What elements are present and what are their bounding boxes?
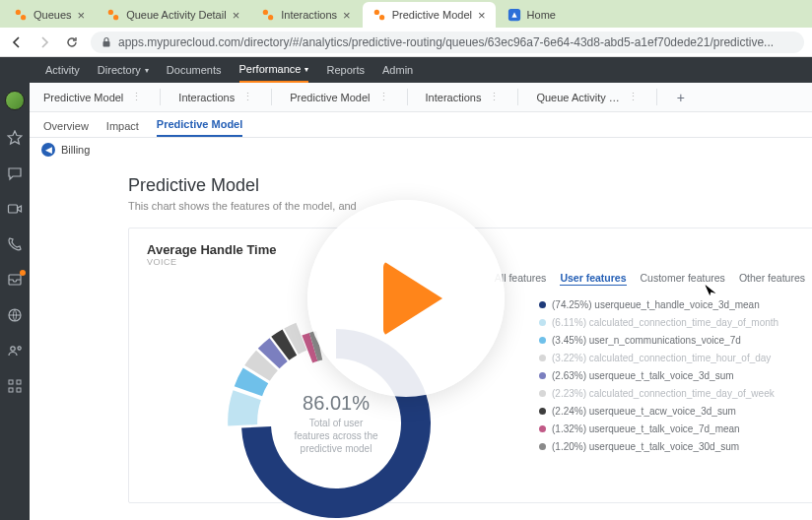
favicon-icon	[261, 8, 275, 22]
sub-nav: Overview Impact Predictive Model	[30, 112, 812, 138]
close-icon[interactable]: ×	[233, 8, 240, 23]
workspace-tab[interactable]: Predictive Model⋮	[286, 83, 392, 111]
legend-row[interactable]: (3.45%) user_n_communications_voice_7d	[539, 335, 805, 346]
page-description: This chart shows the features of the mod…	[128, 200, 812, 212]
people-icon[interactable]	[7, 343, 23, 358]
legend-dot-icon	[539, 443, 546, 450]
card-subtitle: voice	[147, 257, 799, 267]
legend-tab-all[interactable]: All features	[495, 272, 547, 286]
svg-point-3	[113, 15, 118, 20]
top-nav: Activity Directory▾ Documents Performanc…	[0, 57, 812, 83]
svg-point-15	[11, 347, 15, 351]
nav-activity[interactable]: Activity	[45, 57, 80, 83]
legend-row[interactable]: (2.24%) userqueue_t_acw_voice_3d_sum	[539, 406, 805, 417]
nav-performance[interactable]: Performance▾	[239, 57, 309, 83]
nav-directory[interactable]: Directory▾	[98, 57, 149, 83]
video-icon[interactable]	[7, 201, 23, 217]
close-icon[interactable]: ×	[343, 8, 351, 23]
nav-reports[interactable]: Reports	[326, 57, 365, 83]
star-icon[interactable]	[7, 130, 23, 146]
forward-button[interactable]	[35, 33, 53, 51]
subnav-predictive-model[interactable]: Predictive Model	[157, 118, 242, 137]
breadcrumb-label: Billing	[61, 144, 90, 156]
lock-icon	[101, 36, 112, 48]
tab-title: Queue Activity Detail	[126, 9, 227, 21]
svg-rect-9	[103, 41, 110, 47]
legend-label: (74.25%) userqueue_t_handle_voice_3d_mea…	[552, 299, 760, 310]
card-title: Average Handle Time	[147, 242, 799, 257]
close-icon[interactable]: ×	[78, 8, 86, 23]
subnav-overview[interactable]: Overview	[43, 120, 89, 137]
nav-documents[interactable]: Documents	[167, 57, 222, 83]
avatar[interactable]	[5, 91, 25, 110]
reload-button[interactable]	[63, 33, 81, 51]
legend-list: (74.25%) userqueue_t_handle_voice_3d_mea…	[539, 299, 805, 452]
browser-tab-strip: Queues × Queue Activity Detail × Interac…	[0, 0, 812, 28]
legend-row[interactable]: (3.22%) calculated_connection_time_hour_…	[539, 353, 805, 363]
legend-row[interactable]: (2.23%) calculated_connection_time_day_o…	[539, 388, 805, 399]
legend-dot-icon	[539, 337, 546, 344]
chevron-down-icon: ▾	[304, 65, 308, 74]
legend-tabs: All features User features Customer feat…	[495, 272, 805, 286]
workspace-tab[interactable]: Predictive Model⋮	[39, 83, 146, 111]
legend-dot-icon	[539, 390, 546, 397]
more-icon[interactable]: ⋮	[242, 91, 253, 103]
legend-label: (3.22%) calculated_connection_time_hour_…	[552, 353, 771, 363]
workspace-tab[interactable]: Queue Activity …⋮	[532, 83, 642, 111]
url-text: apps.mypurecloud.com/directory/#/analyti…	[118, 35, 774, 49]
legend-label: (6.11%) calculated_connection_time_day_o…	[552, 317, 778, 328]
browser-tab[interactable]: Queue Activity Detail ×	[97, 2, 249, 28]
phone-icon[interactable]	[7, 236, 23, 252]
close-icon[interactable]: ×	[478, 8, 486, 23]
globe-icon[interactable]	[7, 307, 23, 323]
legend-row[interactable]: (2.63%) userqueue_t_talk_voice_3d_sum	[539, 370, 805, 381]
nav-admin[interactable]: Admin	[382, 57, 413, 83]
donut-center-value: 86.01%	[267, 392, 405, 415]
back-icon[interactable]: ◀	[41, 143, 55, 157]
legend-dot-icon	[539, 355, 546, 361]
apps-icon[interactable]	[7, 378, 23, 394]
legend-label: (2.24%) userqueue_t_acw_voice_3d_sum	[552, 406, 736, 417]
browser-tab[interactable]: Home	[498, 2, 566, 28]
legend-row[interactable]: (74.25%) userqueue_t_handle_voice_3d_mea…	[539, 299, 805, 310]
tab-title: Home	[527, 9, 556, 21]
favicon-icon	[508, 8, 521, 22]
svg-point-7	[379, 15, 384, 20]
more-icon[interactable]: ⋮	[489, 91, 500, 103]
svg-rect-18	[9, 388, 13, 392]
more-icon[interactable]: ⋮	[628, 91, 639, 103]
more-icon[interactable]: ⋮	[131, 91, 142, 103]
legend-tab-customer[interactable]: Customer features	[641, 272, 725, 286]
legend-dot-icon	[539, 301, 546, 308]
inbox-icon[interactable]	[7, 272, 23, 288]
legend-row[interactable]: (1.32%) userqueue_t_talk_voice_7d_mean	[539, 423, 805, 434]
chart-card: Average Handle Time voice All features U…	[128, 228, 812, 503]
favicon-icon	[372, 8, 386, 22]
browser-tab[interactable]: Queues ×	[4, 2, 95, 28]
content-area: Predictive Model⋮ Interactions⋮ Predicti…	[30, 57, 812, 520]
legend-row[interactable]: (1.20%) userqueue_t_talk_voice_30d_sum	[539, 441, 805, 452]
workspace-tab[interactable]: Interactions⋮	[422, 83, 505, 111]
svg-point-6	[373, 10, 378, 15]
more-icon[interactable]: ⋮	[378, 91, 389, 103]
legend-label: (3.45%) user_n_communications_voice_7d	[552, 335, 741, 346]
browser-tab-active[interactable]: Predictive Model ×	[363, 2, 496, 28]
add-tab-button[interactable]: +	[671, 83, 691, 111]
workspace-tab[interactable]: Interactions⋮	[174, 83, 257, 111]
subnav-impact[interactable]: Impact	[106, 120, 139, 137]
legend-dot-icon	[539, 408, 546, 415]
legend-tab-user[interactable]: User features	[560, 272, 626, 286]
svg-rect-17	[17, 380, 21, 384]
browser-tab[interactable]: Interactions ×	[251, 2, 360, 28]
chat-icon[interactable]	[7, 165, 23, 181]
url-input[interactable]: apps.mypurecloud.com/directory/#/analyti…	[91, 32, 804, 53]
tab-title: Predictive Model	[392, 9, 472, 21]
app-shell: Activity Directory▾ Documents Performanc…	[0, 57, 812, 520]
breadcrumb: ◀ Billing	[30, 138, 812, 162]
donut-chart: 86.01% Total of userfeatures across thep…	[228, 315, 444, 520]
svg-rect-16	[9, 380, 13, 384]
legend-row[interactable]: (6.11%) calculated_connection_time_day_o…	[539, 317, 805, 328]
legend-label: (2.23%) calculated_connection_time_day_o…	[552, 388, 775, 399]
back-button[interactable]	[8, 33, 26, 51]
legend-tab-other[interactable]: Other features	[739, 272, 805, 286]
